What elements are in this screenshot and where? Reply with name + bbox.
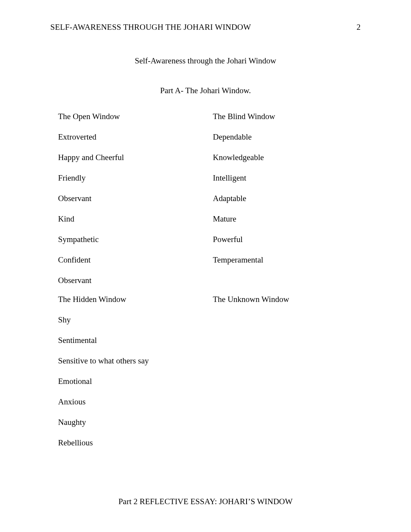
list-item: Observant (58, 194, 205, 203)
list-item: Shy (58, 315, 205, 325)
unknown-window-heading: The Unknown Window (213, 295, 360, 304)
list-item: Rebellious (58, 438, 205, 448)
list-item: Dependable (213, 132, 360, 142)
open-window-heading: The Open Window (58, 112, 205, 121)
document-title: Self-Awareness through the Johari Window (50, 56, 361, 66)
list-item: Sensitive to what others say (58, 356, 205, 366)
list-item: Friendly (58, 173, 205, 183)
list-item: Naughty (58, 418, 205, 427)
blind-window-cell: The Blind Window Dependable Knowledgeabl… (205, 107, 360, 290)
list-item: Extroverted (58, 132, 205, 142)
list-item: Emotional (58, 377, 205, 386)
list-item: Sentimental (58, 336, 205, 345)
page-number: 2 (345, 22, 361, 32)
list-item: Temperamental (213, 255, 360, 265)
table-row: The Hidden Window Shy Sentimental Sensit… (50, 290, 360, 452)
list-item: Mature (213, 214, 360, 224)
unknown-window-cell: The Unknown Window (205, 290, 360, 452)
running-head: SELF-AWARENESS THROUGH THE JOHARI WINDOW… (50, 22, 361, 32)
list-item: Kind (58, 214, 205, 224)
list-item: Intelligent (213, 173, 360, 183)
part-2-heading: Part 2 REFLECTIVE ESSAY: JOHARI’S WINDOW (50, 497, 361, 506)
johari-window-table: The Open Window Extroverted Happy and Ch… (50, 107, 360, 452)
hidden-window-heading: The Hidden Window (58, 295, 205, 304)
running-head-text: SELF-AWARENESS THROUGH THE JOHARI WINDOW (50, 22, 345, 32)
list-item: Knowledgeable (213, 153, 360, 162)
list-item: Sympathetic (58, 235, 205, 244)
open-window-cell: The Open Window Extroverted Happy and Ch… (50, 107, 205, 290)
list-item: Adaptable (213, 194, 360, 203)
list-item: Happy and Cheerful (58, 153, 205, 162)
list-item: Anxious (58, 397, 205, 407)
list-item: Confident (58, 255, 205, 265)
part-a-heading: Part A- The Johari Window. (50, 86, 361, 95)
table-row: The Open Window Extroverted Happy and Ch… (50, 107, 360, 290)
hidden-window-cell: The Hidden Window Shy Sentimental Sensit… (50, 290, 205, 452)
document-page: SELF-AWARENESS THROUGH THE JOHARI WINDOW… (0, 0, 411, 532)
blind-window-heading: The Blind Window (213, 112, 360, 121)
list-item: Observant (58, 276, 205, 285)
list-item: Powerful (213, 235, 360, 244)
